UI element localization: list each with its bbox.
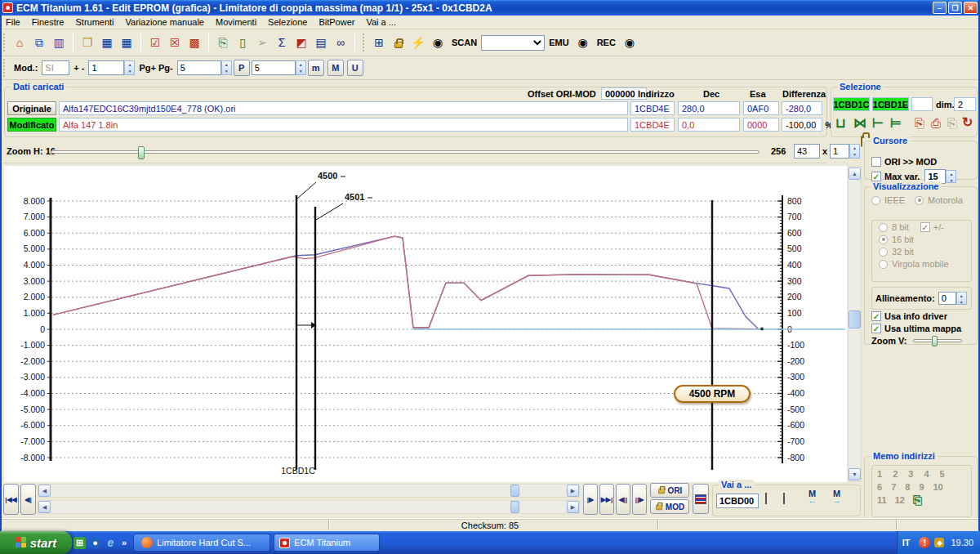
pg-minus-field[interactable] [252,60,296,75]
ori-mod-checkbox[interactable] [871,157,881,167]
memo-slot-11[interactable]: 11 [877,495,887,505]
memo-slot-10[interactable]: 10 [933,482,943,492]
zoom-v-slider[interactable] [913,339,962,342]
lock-icon[interactable] [861,136,862,147]
spin-down-icon[interactable]: ▼ [222,68,231,74]
rec-record-button[interactable]: ◉ [621,34,639,51]
home-button[interactable]: ⌂ [11,34,29,51]
spin-down-icon[interactable]: ▼ [125,68,134,74]
step-forward-button[interactable]: |▶ [583,484,598,515]
table-mode-button[interactable]: ▤ [312,34,330,51]
confirm-map-button[interactable]: ☑ [146,34,164,51]
percent-mode-button[interactable]: P [234,60,250,76]
zoom-h-slider[interactable] [51,150,760,154]
spin-up-icon[interactable]: ▲ [957,293,966,299]
zoom-h-slider-thumb[interactable] [138,146,145,159]
spin-up-icon[interactable]: ▲ [850,145,859,151]
start-button[interactable]: start [0,531,72,554]
delete-map-button[interactable]: ▩ [185,34,203,51]
open-file-button[interactable]: ❒ [78,34,96,51]
step-fwd-pair-button[interactable]: ||▶ [632,484,647,515]
cascade-windows-button[interactable]: ⧉ [30,34,48,51]
memo-slot-6[interactable]: 6 [877,482,882,492]
originale-file-field[interactable]: Alfa147EDC16C39mjtd150E4_778 (OK).ori [59,101,628,115]
scroll-right-button[interactable]: ▶ [567,501,579,513]
memo-slot-8[interactable]: 8 [905,482,910,492]
modificato-row-label[interactable]: Modificato [7,118,56,132]
spin-down-icon[interactable]: ▼ [850,151,859,158]
zoom-v-slider-thumb[interactable] [932,336,938,346]
mod-view-button[interactable]: MOD [650,499,689,514]
menu-vai-a[interactable]: Vai a ... [360,16,401,28]
go-first-button[interactable]: |◀◀ [3,484,19,515]
memo-slot-9[interactable]: 9 [919,482,924,492]
select-column-icon[interactable]: ⊔ [835,117,845,130]
paste-map-button[interactable]: ⎘ [214,34,232,51]
graph-vertical-scrollbar[interactable]: ▲ ▼ [848,166,862,482]
max-var-checkbox[interactable]: ✓ [871,172,881,181]
select-row-icon[interactable]: ⊢ [872,117,884,130]
set-value-button[interactable]: U [347,60,363,76]
alert-tray-icon[interactable]: ! [919,537,930,548]
spin-up-icon[interactable]: ▲ [125,61,134,68]
ori-horizontal-scrollbar[interactable]: ◀ ▶ [38,484,580,498]
memo-slot-1[interactable]: 1 [877,469,882,479]
menu-selezione[interactable]: Selezione [262,16,313,28]
connect-button[interactable]: ◉ [429,34,447,51]
sum-button[interactable]: Σ [273,34,291,51]
mod-horizontal-scrollbar[interactable]: ◀ ▶ [38,500,580,514]
memo-slot-4[interactable]: 4 [924,469,929,479]
internet-explorer-icon[interactable]: e [105,537,117,549]
map-graph-area[interactable]: 8.0008007.0007006.0006005.0005004.000400… [4,166,847,482]
scroll-left-button[interactable]: ◀ [38,485,51,497]
horizontal-scroll-thumb[interactable] [510,501,519,513]
memo-slot-5[interactable]: 5 [940,469,945,479]
scroll-left-button[interactable]: ◀ [38,501,51,513]
spin-down-icon[interactable]: ▼ [957,299,966,306]
usa-info-driver-checkbox[interactable]: ✓ [871,311,881,321]
goto-min-button[interactable]: M← [808,490,817,503]
goto-mod-flag-icon[interactable] [783,494,785,503]
selection-extra-field[interactable] [911,97,933,111]
quick-launch-icon[interactable]: ● [89,537,101,549]
emu-record-button[interactable]: ◉ [574,34,592,51]
save-mod-button[interactable]: ▦ [118,34,136,51]
minimize-button[interactable]: – [933,2,947,14]
usa-ultima-mappa-checkbox[interactable]: ✓ [871,324,881,333]
strip-view-button[interactable]: ▯ [234,34,252,51]
horizontal-scroll-thumb[interactable] [510,485,519,497]
save-ori-button[interactable]: ▦ [98,34,116,51]
vai-a-address-field[interactable] [716,494,759,508]
step-value-field[interactable] [88,60,124,75]
scroll-right-button[interactable]: ▶ [567,485,579,497]
scroll-down-button[interactable]: ▼ [849,468,861,480]
memo-slot-7[interactable]: 7 [891,482,896,492]
scan-select[interactable] [481,35,545,51]
spin-up-icon[interactable]: ▲ [222,61,231,68]
copy-selection-icon[interactable]: ⎘ [915,117,924,129]
vertical-scroll-thumb[interactable] [849,311,861,328]
driver-run-button[interactable]: ⚡ [409,34,427,51]
selection-end-address[interactable]: 1CBD1E [872,97,909,111]
set-min-button[interactable]: m [308,60,324,76]
max-var-spinner[interactable]: ▲▼ [946,170,956,183]
lock-tool-button[interactable] [390,34,408,51]
menu-file[interactable]: File [0,16,26,28]
rows-count-field[interactable] [830,144,849,159]
dim-value-field[interactable]: 2 [954,97,976,111]
clock[interactable]: 19.30 [951,538,973,547]
allineamento-field[interactable] [938,292,956,305]
pg-plus-spinner[interactable]: ▲▼ [221,60,232,75]
select-all-icon[interactable]: ⊨ [890,117,902,130]
spin-up-icon[interactable]: ▲ [296,61,305,68]
close-button[interactable]: ✕ [964,2,978,14]
pointer-button[interactable]: ➢ [253,34,271,51]
scroll-up-button[interactable]: ▲ [849,168,861,180]
memo-slot-12[interactable]: 12 [895,495,905,505]
menu-strumenti[interactable]: Strumenti [69,16,119,28]
graph-mode-button[interactable]: ◩ [292,34,310,51]
tray-icon[interactable]: ◈ [934,538,944,547]
cancel-map-button[interactable]: ☒ [166,34,184,51]
step-end-button[interactable]: ▶▶| [599,484,614,515]
paste-selection-icon[interactable]: ⎙ [931,117,941,129]
